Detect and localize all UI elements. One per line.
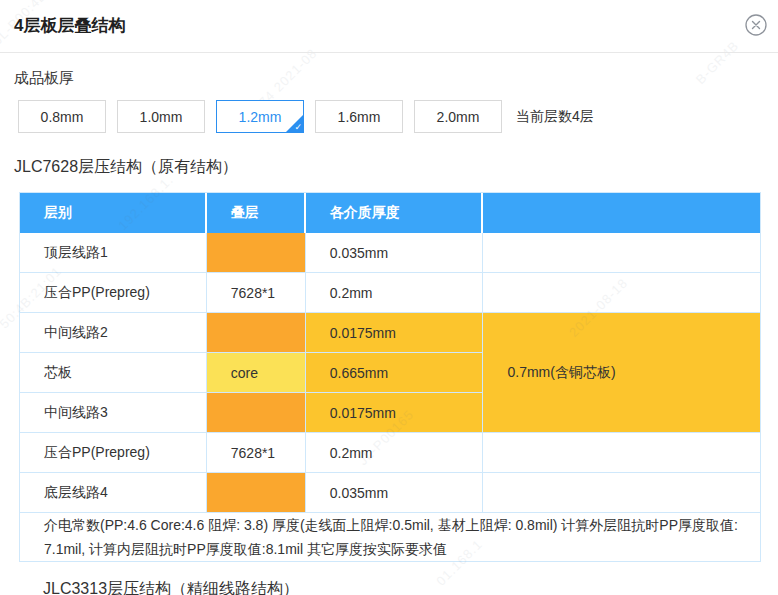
layer-name: 顶层线路1 [20, 233, 207, 273]
thickness-option-0.8mm[interactable]: 0.8mm [18, 100, 106, 133]
core-swatch: core [207, 353, 306, 393]
header-stack: 叠层 [207, 193, 306, 233]
thickness-value: 0.035mm [306, 473, 484, 513]
table-row-top-copper: 顶层线路1 0.035mm [20, 233, 761, 273]
thickness-value: 0.0175mm [306, 393, 484, 433]
close-icon [744, 13, 768, 37]
stackup-section-heading: JLC7628层压结构（原有结构） [14, 157, 778, 178]
header-dielectric-thickness: 各介质厚度 [306, 193, 484, 233]
layer-name: 压合PP(Prepreg) [20, 433, 207, 473]
layer-name: 芯板 [20, 353, 207, 393]
table-row-inner-copper-2: 中间线路2 0.0175mm 0.7mm(含铜芯板) [20, 313, 761, 353]
thickness-options: 0.8mm 1.0mm 1.2mm 1.6mm 2.0mm 当前层数4层 [18, 100, 778, 133]
modal-title: 4层板层叠结构 [14, 14, 125, 37]
stackup-table: 层别 叠层 各介质厚度 顶层线路1 0.035mm 压合PP(Prepreg) … [19, 192, 761, 562]
core-total-thickness-note: 0.7mm(含铜芯板) [483, 313, 761, 433]
table-row-bottom-copper: 底层线路4 0.035mm [20, 473, 761, 513]
header-layer: 层别 [20, 193, 207, 233]
table-footnote-row: 介电常数(PP:4.6 Core:4.6 阻焊: 3.8) 厚度(走线面上阻焊:… [20, 513, 761, 562]
thickness-option-1.0mm[interactable]: 1.0mm [117, 100, 205, 133]
table-row-prepreg: 压合PP(Prepreg) 7628*1 0.2mm [20, 273, 761, 313]
current-layers-note: 当前层数4层 [516, 108, 594, 126]
layer-name: 中间线路3 [20, 393, 207, 433]
header-empty [483, 193, 761, 233]
close-button[interactable] [744, 13, 768, 37]
empty-cell [483, 273, 761, 313]
stackup-modal: JL-P00:4B 74 2021-08 192.168.1. 50:4B:21… [0, 0, 778, 595]
thickness-option-label: 1.2mm [239, 109, 282, 125]
thickness-option-1.2mm-selected[interactable]: 1.2mm [216, 100, 304, 133]
thickness-value: 0.2mm [306, 433, 484, 473]
layer-name: 中间线路2 [20, 313, 207, 353]
selected-check-icon [286, 115, 303, 132]
modal-header: 4层板层叠结构 [0, 0, 778, 53]
thickness-option-1.6mm[interactable]: 1.6mm [315, 100, 403, 133]
stack-value: 7628*1 [207, 273, 306, 313]
thickness-value: 0.035mm [306, 233, 484, 273]
stack-value: 7628*1 [207, 433, 306, 473]
thickness-option-2.0mm[interactable]: 2.0mm [414, 100, 502, 133]
empty-cell [483, 233, 761, 273]
thickness-section-label: 成品板厚 [14, 69, 778, 88]
thickness-value: 0.2mm [306, 273, 484, 313]
empty-cell [483, 433, 761, 473]
copper-layer-swatch [207, 393, 306, 433]
table-header-row: 层别 叠层 各介质厚度 [20, 193, 761, 233]
layer-name: 底层线路4 [20, 473, 207, 513]
thickness-value: 0.665mm [306, 353, 484, 393]
empty-cell [483, 473, 761, 513]
dielectric-footnote: 介电常数(PP:4.6 Core:4.6 阻焊: 3.8) 厚度(走线面上阻焊:… [20, 513, 761, 562]
thickness-value: 0.0175mm [306, 313, 484, 353]
copper-layer-swatch [207, 473, 306, 513]
next-stackup-section-heading: JLC3313层压结构（精细线路结构） [43, 579, 299, 595]
copper-layer-swatch [207, 233, 306, 273]
table-row-prepreg-2: 压合PP(Prepreg) 7628*1 0.2mm [20, 433, 761, 473]
copper-layer-swatch [207, 313, 306, 353]
layer-name: 压合PP(Prepreg) [20, 273, 207, 313]
